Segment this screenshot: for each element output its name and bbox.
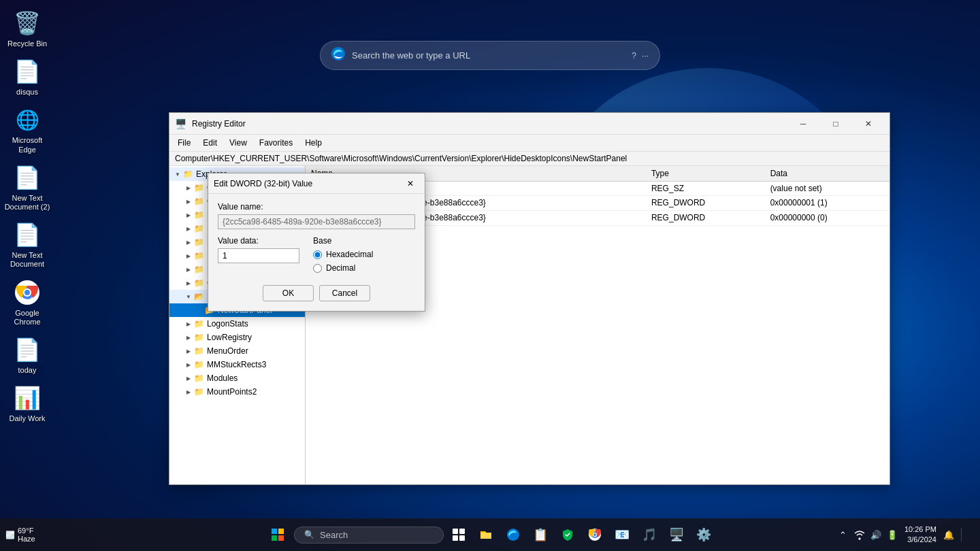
chrome-icon bbox=[14, 279, 41, 306]
taskbar-search[interactable]: 🔍 Search bbox=[294, 527, 444, 544]
search-text: Search bbox=[320, 530, 348, 540]
base-section: Base Hexadecimal Decimal bbox=[313, 236, 373, 273]
settings-taskbar-button[interactable]: ⚙️ bbox=[691, 522, 716, 547]
today-label: today bbox=[18, 366, 37, 375]
disqus-icon: 📄 bbox=[14, 58, 41, 85]
dialog-close-button[interactable]: ✕ bbox=[402, 175, 419, 193]
chrome-label: Google Chrome bbox=[3, 309, 52, 327]
recycle-bin-label: Recycle Bin bbox=[7, 39, 47, 48]
browser-url-text: Search the web or type a URL bbox=[352, 50, 625, 61]
radio-group-base: Hexadecimal Decimal bbox=[313, 250, 373, 273]
radio-hex-text: Hexadecimal bbox=[326, 250, 373, 259]
desktop-icon-today[interactable]: 📄 today bbox=[0, 332, 54, 379]
clock-date: 3/6/2024 bbox=[904, 535, 936, 545]
radio-decimal[interactable] bbox=[313, 264, 322, 273]
chrome-taskbar-button[interactable] bbox=[583, 522, 607, 547]
tray-battery[interactable]: 🔋 bbox=[885, 528, 899, 541]
edge-label: Microsoft Edge bbox=[3, 136, 52, 154]
value-data-input[interactable] bbox=[218, 248, 299, 263]
disqus-label: disqus bbox=[16, 88, 38, 97]
system-clock[interactable]: 10:26 PM 3/6/2024 bbox=[904, 524, 936, 546]
svg-rect-7 bbox=[272, 535, 277, 541]
desktop-icon-recycle-bin[interactable]: 🗑️ Recycle Bin bbox=[0, 5, 54, 52]
value-data-label: Value data: bbox=[218, 236, 299, 246]
ok-button[interactable]: OK bbox=[263, 285, 314, 301]
show-desktop-button[interactable] bbox=[961, 528, 975, 541]
edge-icon: 🌐 bbox=[14, 106, 41, 133]
weather-icon: 🌫️ bbox=[5, 531, 15, 539]
base-label: Base bbox=[313, 236, 373, 246]
svg-rect-11 bbox=[453, 535, 458, 541]
desktop-icon-new-text[interactable]: 📄 New Text Document bbox=[0, 217, 54, 273]
browser-menu-icon[interactable]: ··· bbox=[642, 51, 649, 61]
browser-edge-icon bbox=[331, 47, 345, 64]
radio-decimal-label[interactable]: Decimal bbox=[313, 263, 373, 273]
today-icon: 📄 bbox=[14, 336, 41, 363]
radio-hexadecimal[interactable] bbox=[313, 250, 322, 259]
new-text-label: New Text Document bbox=[3, 251, 52, 269]
notepad-taskbar-button[interactable]: 📋 bbox=[528, 522, 553, 547]
browser-address-bar[interactable]: Search the web or type a URL ? ··· bbox=[320, 41, 660, 70]
value-name-input[interactable] bbox=[218, 214, 415, 229]
value-name-label: Value name: bbox=[218, 202, 415, 212]
taskbar-left: 🌫️ 69°F Haze bbox=[5, 527, 35, 543]
tray-arrow[interactable]: ⌃ bbox=[836, 528, 850, 541]
system-tray-icons: ⌃ 🔊 🔋 bbox=[836, 528, 899, 541]
temperature: 69°F bbox=[18, 527, 35, 535]
start-button[interactable] bbox=[264, 521, 291, 548]
task-view-button[interactable] bbox=[446, 522, 471, 547]
desktop-icons: 🗑️ Recycle Bin 📄 disqus 🌐 Microsoft Edge… bbox=[0, 0, 54, 434]
weather-condition: Haze bbox=[18, 535, 35, 543]
weather-details: 69°F Haze bbox=[18, 527, 35, 543]
registry-editor-window: 🖥️ Registry Editor ─ □ ✕ File Edit View … bbox=[169, 112, 890, 485]
desktop-icon-edge[interactable]: 🌐 Microsoft Edge bbox=[0, 102, 54, 158]
tray-volume[interactable]: 🔊 bbox=[869, 528, 883, 541]
notification-button[interactable]: 🔔 bbox=[942, 528, 956, 541]
svg-rect-9 bbox=[453, 529, 458, 534]
shield-taskbar-button[interactable] bbox=[555, 522, 580, 547]
new-text-2-icon: 📄 bbox=[14, 164, 41, 191]
new-text-icon: 📄 bbox=[14, 221, 41, 248]
taskbar-right: ⌃ 🔊 🔋 10:26 PM 3/6/2024 🔔 bbox=[836, 524, 975, 546]
edit-dword-dialog: Edit DWORD (32-bit) Value ✕ Value name: … bbox=[208, 173, 425, 312]
browser-help-icon[interactable]: ? bbox=[632, 51, 636, 61]
file-explorer-button[interactable] bbox=[474, 522, 498, 547]
daily-work-label: Daily Work bbox=[10, 414, 46, 423]
svg-rect-5 bbox=[272, 529, 277, 534]
desktop-icon-disqus[interactable]: 📄 disqus bbox=[0, 54, 54, 101]
svg-rect-6 bbox=[278, 529, 284, 534]
taskbar: 🌫️ 69°F Haze 🔍 Search bbox=[0, 518, 980, 551]
daily-work-icon: 📊 bbox=[14, 384, 41, 412]
taskbar-center: 🔍 Search 📋 bbox=[264, 521, 716, 548]
recycle-bin-icon: 🗑️ bbox=[14, 10, 41, 37]
dialog-title: Edit DWORD (32-bit) Value bbox=[214, 179, 402, 188]
weather-widget[interactable]: 🌫️ 69°F Haze bbox=[5, 527, 35, 543]
svg-point-17 bbox=[593, 533, 596, 536]
dialog-overlay: Edit DWORD (32-bit) Value ✕ Value name: … bbox=[169, 113, 889, 484]
outlook-taskbar-button[interactable]: 📧 bbox=[610, 522, 634, 547]
dialog-buttons: OK Cancel bbox=[218, 282, 415, 304]
svg-rect-10 bbox=[459, 529, 465, 534]
new-text-2-label: New Text Document (2) bbox=[3, 194, 52, 212]
desktop-icon-chrome[interactable]: Google Chrome bbox=[0, 275, 54, 331]
search-icon: 🔍 bbox=[304, 530, 314, 539]
radio-hexadecimal-label[interactable]: Hexadecimal bbox=[313, 250, 373, 259]
sysmon-taskbar-button[interactable]: 🖥️ bbox=[664, 522, 689, 547]
value-data-section: Value data: bbox=[218, 236, 299, 273]
tray-wifi[interactable] bbox=[853, 528, 866, 541]
dialog-titlebar: Edit DWORD (32-bit) Value ✕ bbox=[208, 173, 425, 194]
media-taskbar-button[interactable]: 🎵 bbox=[637, 522, 662, 547]
svg-rect-8 bbox=[278, 535, 284, 541]
browser-bar-actions: ? ··· bbox=[632, 51, 649, 61]
svg-rect-12 bbox=[459, 535, 465, 541]
radio-dec-text: Decimal bbox=[326, 263, 355, 273]
svg-point-3 bbox=[24, 290, 30, 295]
dialog-body: Value name: Value data: Base Hexadecimal bbox=[208, 194, 425, 311]
clock-time: 10:26 PM bbox=[904, 524, 936, 535]
desktop-icon-daily-work[interactable]: 📊 Daily Work bbox=[0, 380, 54, 427]
dialog-section: Value data: Base Hexadecimal bbox=[218, 236, 415, 273]
desktop-icon-new-text-2[interactable]: 📄 New Text Document (2) bbox=[0, 160, 54, 216]
cancel-button[interactable]: Cancel bbox=[319, 285, 370, 301]
edge-taskbar-button[interactable] bbox=[501, 522, 525, 547]
